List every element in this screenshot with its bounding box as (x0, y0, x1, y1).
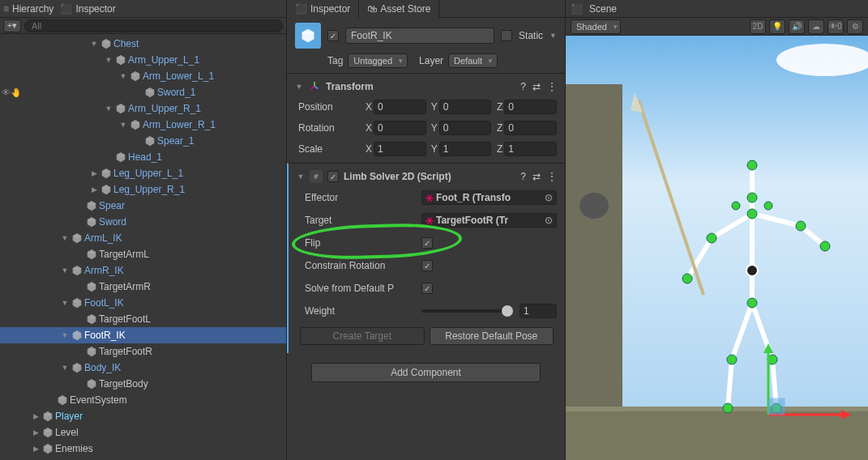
tree-row[interactable]: Arm_Upper_R_1 (0, 100, 286, 117)
visibility-toggle[interactable] (2, 214, 21, 230)
scale-z-input[interactable] (504, 142, 557, 156)
transform-caret-icon[interactable] (295, 83, 303, 91)
visibility-toggle[interactable] (2, 360, 21, 376)
tree-row[interactable]: Spear (0, 198, 286, 214)
shading-dropdown[interactable]: Shaded (571, 19, 621, 34)
tree-row[interactable]: Chest (0, 36, 286, 52)
tag-dropdown[interactable]: Untagged (348, 53, 408, 68)
2d-toggle-button[interactable]: 2D (750, 19, 766, 34)
rotation-x-input[interactable] (374, 121, 426, 135)
position-x-input[interactable] (374, 100, 426, 114)
caret-icon[interactable] (60, 266, 70, 275)
tree-row[interactable]: Elfs (0, 457, 286, 460)
caret-icon[interactable] (60, 364, 70, 372)
visibility-toggle[interactable] (2, 68, 21, 84)
scene-view[interactable] (566, 36, 868, 460)
tree-row[interactable]: Arm_Lower_L_1 (0, 68, 286, 84)
caret-icon[interactable] (60, 331, 70, 339)
tree-row[interactable]: FootL_IK (0, 295, 286, 311)
limb-caret-icon[interactable] (297, 172, 305, 181)
caret-icon[interactable] (89, 40, 99, 48)
picker-icon[interactable]: ⊙ (545, 215, 553, 226)
tree-row[interactable]: TargetBody (0, 376, 286, 392)
tree-row[interactable]: Level (0, 424, 286, 441)
fx-icon[interactable]: ☁ (808, 19, 824, 34)
inspector-tab[interactable]: ⬛ Inspector (287, 0, 359, 18)
weight-input[interactable] (520, 304, 557, 318)
tree-row[interactable]: TargetArmL (0, 246, 286, 262)
caret-icon[interactable] (60, 299, 70, 307)
visibility-toggle[interactable] (2, 165, 21, 181)
preset-icon[interactable]: ⇄ (532, 171, 541, 182)
visibility-toggle[interactable] (2, 133, 21, 149)
visibility-toggle[interactable] (2, 295, 21, 311)
caret-icon[interactable] (31, 428, 41, 437)
visibility-toggle[interactable] (2, 230, 21, 246)
visibility-toggle[interactable] (2, 343, 21, 360)
layer-dropdown[interactable]: Default (448, 53, 498, 68)
target-field[interactable]: ⚹TargetFootR (Tr⊙ (421, 213, 557, 228)
scene-tab[interactable]: ⬛ Scene (566, 0, 868, 18)
tree-row[interactable]: Sword (0, 214, 286, 230)
visibility-toggle[interactable] (2, 198, 21, 214)
light-icon[interactable]: 💡 (769, 19, 785, 34)
visibility-toggle[interactable] (2, 52, 21, 68)
visibility-toggle[interactable] (2, 246, 21, 262)
tree-row[interactable]: FootR_IK (0, 327, 286, 343)
tree-row[interactable]: Spear_1 (0, 133, 286, 149)
tree-row[interactable]: Leg_Upper_R_1 (0, 181, 286, 198)
visibility-toggle[interactable] (2, 457, 21, 460)
add-component-button[interactable]: Add Component (311, 363, 541, 382)
visibility-toggle[interactable] (2, 100, 21, 117)
caret-icon[interactable] (60, 234, 70, 242)
preset-icon[interactable]: ⇄ (532, 81, 541, 92)
tree-row[interactable]: TargetFootL (0, 311, 286, 327)
audio-icon[interactable]: 🔊 (789, 19, 805, 34)
hierarchy-tree[interactable]: ChestArm_Upper_L_1Arm_Lower_L_1👁🤚Sword_1… (0, 34, 286, 460)
hierarchy-tab[interactable]: ≡ Hierarchy (3, 3, 53, 15)
tree-row[interactable]: ArmL_IK (0, 230, 286, 246)
caret-icon[interactable] (118, 121, 128, 129)
static-dropdown-icon[interactable]: ▼ (549, 32, 557, 40)
flip-checkbox[interactable]: ✓ (421, 237, 433, 249)
caret-icon[interactable] (31, 445, 41, 453)
inspector-tab-ghost[interactable]: ⬛ Inspector (60, 3, 115, 15)
menu-icon[interactable]: ⋮ (547, 171, 557, 182)
visibility-toggle[interactable] (2, 376, 21, 392)
create-target-button[interactable]: Create Target (300, 327, 425, 345)
visibility-toggle[interactable] (2, 117, 21, 133)
caret-icon[interactable] (104, 56, 113, 64)
gameobject-active-checkbox[interactable]: ✓ (327, 30, 339, 41)
position-z-input[interactable] (504, 100, 557, 114)
position-y-input[interactable] (439, 100, 492, 114)
tree-row[interactable]: Head_1 (0, 149, 286, 165)
scale-y-input[interactable] (439, 142, 492, 156)
caret-icon[interactable] (89, 185, 99, 194)
effector-field[interactable]: ⚹Foot_R (Transfo⊙ (421, 190, 557, 205)
caret-icon[interactable] (104, 104, 113, 113)
rotation-z-input[interactable] (504, 121, 557, 135)
visibility-toggle[interactable] (2, 36, 21, 52)
tree-row[interactable]: TargetFootR (0, 343, 286, 360)
tree-row[interactable]: Enemies (0, 441, 286, 457)
tree-row[interactable]: Arm_Upper_L_1 (0, 52, 286, 68)
weight-slider[interactable] (421, 309, 513, 313)
tree-row[interactable]: Leg_Upper_L_1 (0, 165, 286, 181)
tree-row[interactable]: Player (0, 408, 286, 424)
tree-row[interactable]: ArmR_IK (0, 262, 286, 279)
static-checkbox[interactable] (501, 30, 512, 41)
add-button[interactable]: +▾ (3, 19, 21, 32)
gizmo-icon[interactable]: ⚙ (847, 19, 863, 34)
caret-icon[interactable] (31, 412, 41, 420)
limb-enabled-checkbox[interactable]: ✓ (327, 171, 339, 182)
tree-row[interactable]: TargetArmR (0, 279, 286, 295)
hierarchy-search-input[interactable] (24, 19, 283, 32)
visibility-toggle[interactable] (2, 311, 21, 327)
solve-checkbox[interactable]: ✓ (421, 283, 433, 294)
tree-row[interactable]: 👁🤚Sword_1 (0, 84, 286, 100)
visibility-toggle[interactable] (2, 181, 21, 198)
visibility-toggle[interactable] (2, 424, 21, 441)
rotation-y-input[interactable] (439, 121, 492, 135)
visibility-toggle[interactable] (2, 262, 21, 279)
gameobject-name-input[interactable]: FootR_IK (345, 28, 494, 44)
